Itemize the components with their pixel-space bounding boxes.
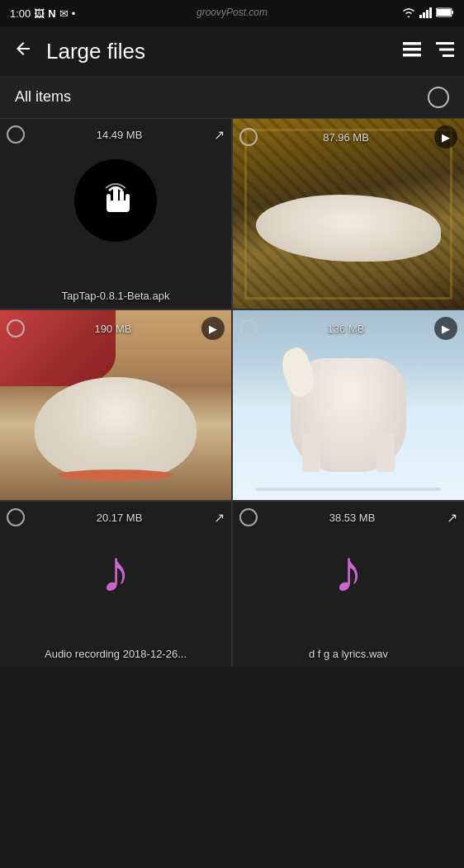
play-button-dog3[interactable]: ▶ [434,317,457,340]
select-all-checkbox[interactable] [428,87,449,108]
dog1-checkbox[interactable] [239,128,258,146]
dog3-size: 136 MB [328,323,365,335]
svg-rect-12 [443,54,454,57]
list-item[interactable]: 14.49 MB ↗ [0,119,231,309]
list-view-icon[interactable] [403,40,421,62]
expand-icon-audio2[interactable]: ↗ [447,510,457,526]
dog2-checkbox[interactable] [7,319,25,337]
dog2-size: 190 MB [95,323,132,335]
dot-icon: • [72,7,76,20]
toolbar: Large files [0,26,464,76]
apk-icon [74,159,157,242]
wifi-icon [401,7,416,21]
svg-rect-7 [403,42,421,45]
expand-icon[interactable]: ↗ [214,127,225,143]
svg-rect-1 [423,12,425,18]
list-item[interactable]: 20.17 MB ↗ ♪ Audio recording 2018-12-26.… [0,502,231,667]
audio2-checkbox[interactable] [239,508,258,526]
audio2-size: 38.53 MB [329,512,376,524]
toolbar-icons [403,40,454,62]
status-time: 1:00 [10,7,31,20]
all-items-bar: All items [0,76,464,119]
list-item[interactable]: 38.53 MB ↗ ♪ d f g a lyrics.wav [233,502,464,667]
svg-rect-5 [437,9,451,16]
cell-top-audio2: 38.53 MB ↗ [239,508,457,526]
apk-size: 14.49 MB [97,129,143,141]
dog1-size: 87.96 MB [323,131,369,144]
audio1-note-icon: ♪ [101,541,130,601]
list-item[interactable]: 136 MB ▶ [233,310,464,500]
list-item[interactable]: 87.96 MB ▶ [233,119,464,309]
svg-rect-9 [403,54,421,57]
battery-icon [436,7,454,20]
expand-icon-audio1[interactable]: ↗ [214,510,225,526]
play-button-dog2[interactable]: ▶ [201,317,225,340]
back-button[interactable] [10,35,36,67]
svg-rect-8 [403,48,421,51]
mail-icon: ✉ [59,7,69,20]
list-item[interactable]: 190 MB ▶ [0,310,231,500]
cell-top-dog1: 87.96 MB ▶ [239,125,457,149]
audio1-checkbox[interactable] [7,508,25,526]
dog3-checkbox[interactable] [239,319,258,337]
audio1-size: 20.17 MB [97,512,143,524]
photo-icon: 🖼 [34,7,45,20]
play-button-dog1[interactable]: ▶ [434,125,457,149]
n-icon: N [48,7,55,20]
cell-top-dog3: 136 MB ▶ [239,317,457,340]
cell-top-apk: 14.49 MB ↗ [7,125,225,144]
svg-rect-14 [113,187,118,202]
page-title: Large files [46,39,393,64]
watermark: groovyPost.com [196,7,268,18]
svg-rect-10 [436,42,454,45]
signal-icon [419,7,433,21]
cell-top-dog2: 190 MB ▶ [7,317,225,340]
apk-checkbox[interactable] [7,125,25,144]
svg-rect-18 [107,200,130,212]
all-items-label: All items [15,88,71,106]
audio1-filename: Audio recording 2018-12-26... [0,648,231,660]
sort-icon[interactable] [436,40,454,62]
file-grid: 14.49 MB ↗ [0,119,464,667]
cell-top-audio1: 20.17 MB ↗ [7,508,225,526]
svg-rect-0 [419,15,422,18]
svg-rect-2 [426,10,428,18]
status-bar: 1:00 🖼 N ✉ • groovyPost.com [0,0,464,26]
audio2-filename: d f g a lyrics.wav [233,648,464,660]
status-right [401,7,454,21]
apk-filename: TapTap-0.8.1-Beta.apk [0,290,231,302]
svg-rect-11 [439,49,454,51]
svg-rect-6 [452,11,453,14]
audio2-note-icon: ♪ [334,541,363,601]
svg-rect-3 [429,7,432,18]
status-left: 1:00 🖼 N ✉ • [10,7,75,20]
